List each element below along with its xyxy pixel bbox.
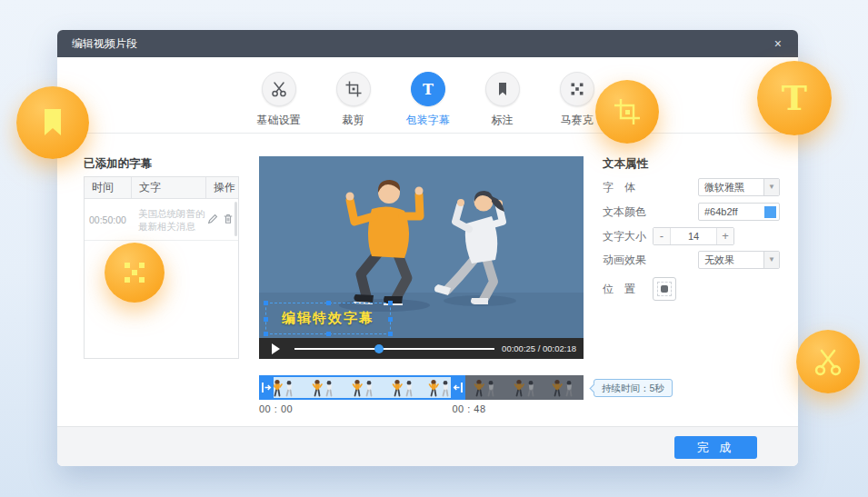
size-label: 文字大小 (603, 229, 648, 244)
delete-icon[interactable] (223, 212, 234, 228)
column-header-ops: 操作 (206, 177, 238, 198)
font-label: 字 体 (603, 180, 648, 195)
color-input[interactable]: #64b2ff (698, 203, 780, 221)
chevron-down-icon[interactable]: ▼ (763, 252, 779, 268)
page-background: 编辑视频片段 × 基础设置 (0, 0, 868, 497)
subtitle-overlay-selection[interactable]: 编辑特效字幕 (265, 303, 391, 334)
dialog-titlebar: 编辑视频片段 × (57, 30, 798, 57)
plus-button[interactable]: + (716, 228, 733, 244)
close-icon[interactable]: × (769, 30, 787, 57)
color-value: #64b2ff (704, 204, 738, 220)
tooltip-arrow (589, 383, 598, 393)
resize-handle[interactable] (388, 317, 393, 322)
video-preview: 编辑特效字幕 (259, 156, 584, 338)
animation-select[interactable]: 无效果 ▼ (698, 251, 780, 269)
tab-label: 马赛克 (561, 113, 594, 128)
tab-subtitle[interactable]: T 包装字幕 (400, 72, 456, 128)
position-row: 位 置 (603, 277, 648, 301)
subtitle-text: 美国总统朗普的最新相关消息 (132, 207, 206, 233)
subtitles-panel-title: 已添加的字幕 (84, 156, 152, 172)
resize-handle[interactable] (264, 301, 268, 305)
resize-handle[interactable] (264, 332, 268, 336)
size-row: 文字大小 - 14 + (603, 227, 648, 245)
floating-scissors-icon (796, 330, 860, 393)
timeline-strip[interactable] (259, 375, 584, 400)
dialog-footer: 完 成 (57, 426, 798, 466)
color-swatch[interactable] (764, 206, 776, 218)
font-select[interactable]: 微软雅黑 ▼ (698, 178, 780, 196)
progress-bar[interactable] (294, 348, 494, 350)
size-value: 14 (671, 228, 716, 244)
video-controls: 00:00:25 / 00:02:18 (259, 338, 584, 359)
mosaic-icon (560, 72, 594, 106)
color-label: 文本颜色 (603, 204, 648, 220)
scissors-icon (262, 72, 296, 106)
font-size-stepper: - 14 + (653, 227, 734, 245)
tab-crop[interactable]: 裁剪 (325, 72, 382, 128)
timeline-start-label: 00 : 00 (259, 403, 293, 414)
floating-crop-icon (595, 80, 659, 144)
position-button[interactable] (653, 277, 676, 301)
duration-tooltip-text: 持续时间：5秒 (602, 383, 664, 393)
resize-handle[interactable] (326, 332, 331, 336)
text-icon: T (411, 72, 445, 106)
column-header-text: 文字 (132, 177, 206, 198)
resize-handle[interactable] (326, 301, 331, 305)
svg-text:T: T (782, 77, 807, 118)
tab-label: 标注 (492, 113, 514, 128)
tab-annotation[interactable]: 标注 (474, 72, 531, 128)
timeline-end-label: 00 : 48 (437, 403, 501, 414)
floating-text-icon: T (757, 61, 832, 135)
time-display: 00:00:25 / 00:02:18 (502, 343, 576, 353)
tab-basic-settings[interactable]: 基础设置 (251, 72, 307, 128)
font-row: 字 体 微软雅黑 ▼ (603, 178, 730, 196)
play-icon[interactable] (272, 343, 280, 354)
table-row[interactable]: 00:50:00 美国总统朗普的最新相关消息 (85, 199, 238, 241)
animation-row: 动画效果 无效果 ▼ (603, 251, 730, 269)
chevron-down-icon[interactable]: ▼ (763, 179, 779, 195)
subtitle-overlay-text[interactable]: 编辑特效字幕 (266, 303, 390, 333)
column-header-time: 时间 (85, 177, 132, 198)
floating-bookmark-icon (16, 86, 89, 159)
crop-icon (336, 72, 371, 106)
color-row: 文本颜色 #64b2ff (603, 203, 730, 221)
resize-handle[interactable] (388, 332, 393, 336)
animation-label: 动画效果 (603, 253, 648, 268)
subtitles-table-header: 时间 文字 操作 (85, 177, 238, 199)
toolbar: 基础设置 裁剪 T 包装字幕 (57, 57, 798, 134)
resize-handle[interactable] (388, 301, 393, 305)
minus-button[interactable]: - (653, 228, 671, 244)
bookmark-icon (485, 72, 520, 106)
position-marker-icon (661, 285, 668, 293)
edit-icon[interactable] (207, 212, 218, 228)
done-button[interactable]: 完 成 (674, 436, 757, 459)
edit-video-dialog: 编辑视频片段 × 基础设置 (57, 30, 798, 466)
font-value: 微软雅黑 (704, 179, 744, 195)
progress-knob[interactable] (374, 344, 384, 353)
position-label: 位 置 (603, 282, 648, 297)
tab-label: 裁剪 (343, 113, 364, 128)
table-scrollbar[interactable] (234, 202, 237, 236)
dialog-title: 编辑视频片段 (72, 30, 137, 57)
tab-label: 基础设置 (257, 113, 301, 128)
duration-tooltip: 持续时间：5秒 (594, 379, 673, 397)
tab-label: 包装字幕 (406, 113, 450, 128)
svg-text:T: T (423, 81, 434, 98)
resize-handle[interactable] (264, 317, 268, 322)
properties-title: 文本属性 (603, 156, 648, 172)
animation-value: 无效果 (704, 252, 734, 268)
subtitle-time: 00:50:00 (85, 214, 132, 225)
floating-mosaic-icon (105, 243, 165, 303)
